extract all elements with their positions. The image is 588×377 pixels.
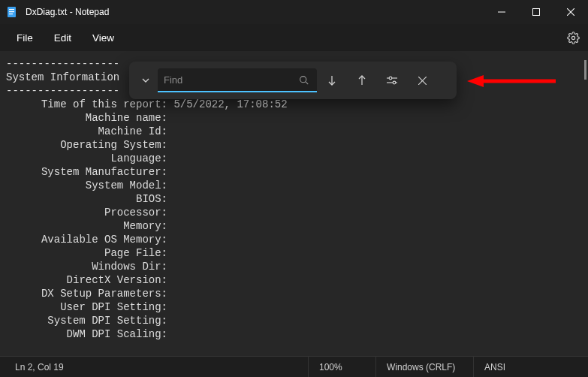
menu-bar: File Edit View <box>0 24 588 51</box>
text-line: System DPI Setting: <box>6 314 582 327</box>
text-line: Operating System: <box>6 138 582 152</box>
text-line: BIOS: <box>6 192 582 206</box>
maximize-button[interactable] <box>519 0 553 24</box>
text-line: DirectX Version: <box>6 273 582 287</box>
svg-rect-3 <box>9 14 13 14</box>
status-encoding: ANSI <box>473 357 548 377</box>
text-line: Available OS Memory: <box>6 233 582 246</box>
menu-edit[interactable]: Edit <box>44 28 82 48</box>
svg-rect-1 <box>9 9 14 10</box>
find-options-button[interactable] <box>377 67 407 94</box>
close-find-button[interactable] <box>407 67 437 94</box>
find-bar <box>129 62 457 99</box>
text-line: System Model: <box>6 179 582 192</box>
window-title: DxDiag.txt - Notepad <box>26 7 484 17</box>
text-line: Windows Dir: <box>6 260 582 273</box>
svg-point-16 <box>393 81 396 84</box>
text-line: Machine Id: <box>6 125 582 138</box>
svg-rect-5 <box>533 9 540 16</box>
find-next-button[interactable] <box>317 67 347 94</box>
expand-replace-button[interactable] <box>134 67 158 94</box>
find-previous-button[interactable] <box>347 67 377 94</box>
menu-file[interactable]: File <box>6 28 44 48</box>
svg-point-8 <box>571 36 574 39</box>
menu-view[interactable]: View <box>82 28 125 48</box>
text-line: Time of this report: 5/5/2022, 17:08:52 <box>6 98 582 111</box>
annotation-arrow <box>467 74 557 89</box>
text-line: Memory: <box>6 219 582 233</box>
notepad-icon <box>6 6 18 18</box>
find-input-wrap <box>158 68 317 92</box>
text-line: User DPI Setting: <box>6 300 582 314</box>
text-line: Language: <box>6 152 582 165</box>
search-icon[interactable] <box>296 75 311 85</box>
status-eol: Windows (CRLF) <box>375 357 473 377</box>
svg-marker-20 <box>467 75 484 87</box>
status-cursor: Ln 2, Col 19 <box>0 357 308 377</box>
settings-button[interactable] <box>558 32 588 44</box>
scrollbar-thumb[interactable] <box>584 60 586 80</box>
text-line: DX Setup Parameters: <box>6 287 582 300</box>
text-line: Machine name: <box>6 111 582 125</box>
svg-rect-2 <box>9 11 14 12</box>
svg-line-10 <box>305 81 307 83</box>
text-line: DWM DPI Scaling: <box>6 327 582 341</box>
text-line: Processor: <box>6 206 582 219</box>
text-content[interactable]: ------------------System Information----… <box>6 57 582 341</box>
svg-point-9 <box>300 76 306 82</box>
svg-point-14 <box>389 77 392 80</box>
minimize-button[interactable] <box>484 0 519 24</box>
find-input[interactable] <box>164 74 296 86</box>
text-line: System Manufacturer: <box>6 165 582 179</box>
status-zoom: 100% <box>308 357 375 377</box>
title-bar: DxDiag.txt - Notepad <box>0 0 588 24</box>
status-bar: Ln 2, Col 19 100% Windows (CRLF) ANSI <box>0 356 588 377</box>
close-button[interactable] <box>553 0 588 24</box>
text-line: Page File: <box>6 246 582 260</box>
